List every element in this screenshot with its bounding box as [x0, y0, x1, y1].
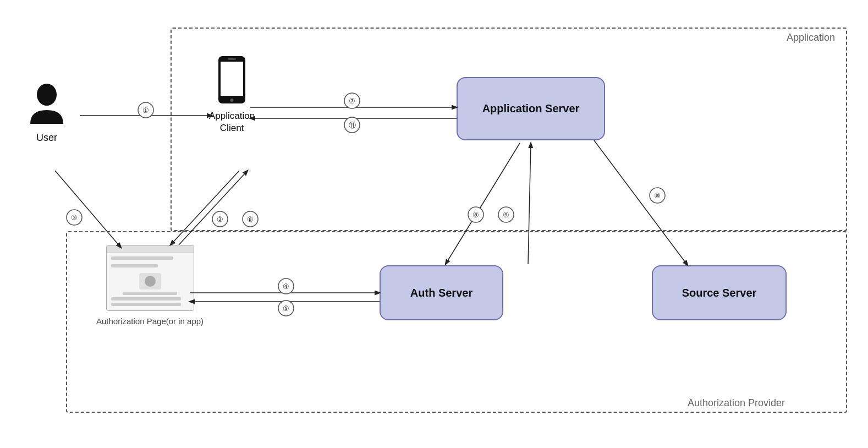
svg-point-6: [138, 102, 153, 118]
source-server-node: Source Server: [652, 265, 787, 320]
user-icon: [28, 83, 66, 129]
svg-rect-3: [228, 58, 236, 60]
diagram-container: Application Authorization Provider User …: [0, 0, 868, 448]
svg-text:①: ①: [142, 106, 149, 114]
svg-point-0: [37, 84, 57, 106]
svg-point-15: [67, 210, 82, 225]
auth-page-label: Authorization Page(or in app): [96, 316, 204, 326]
application-label: Application: [787, 32, 835, 43]
phone-icon: [217, 55, 247, 107]
auth-page-figure: Authorization Page(or in app): [96, 245, 204, 326]
user-label: User: [36, 132, 57, 144]
auth-server-node: Auth Server: [380, 265, 503, 320]
app-client-figure: ApplicationClient: [209, 55, 255, 134]
svg-point-4: [230, 99, 234, 102]
auth-provider-label: Authorization Provider: [688, 397, 785, 409]
application-server-node: Application Server: [457, 77, 605, 140]
app-client-label: ApplicationClient: [209, 110, 255, 134]
svg-rect-2: [221, 62, 243, 96]
svg-text:③: ③: [71, 214, 78, 222]
user-figure: User: [28, 83, 66, 144]
auth-page-mock: [106, 245, 194, 311]
